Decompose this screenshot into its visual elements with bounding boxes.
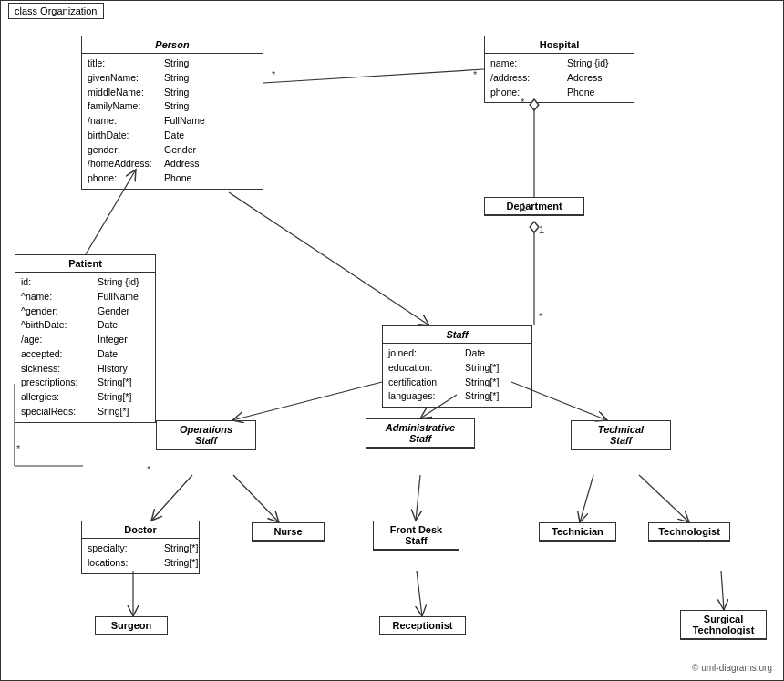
class-nurse: Nurse: [252, 522, 325, 542]
class-surgeon: Surgeon: [95, 616, 168, 635]
class-technician: Technician: [539, 522, 616, 542]
svg-text:*: *: [473, 69, 478, 80]
class-receptionist-title: Receptionist: [380, 617, 465, 635]
class-surgeon-title: Surgeon: [96, 617, 167, 635]
class-operations-staff-title: OperationsStaff: [157, 421, 255, 449]
class-patient-title: Patient: [15, 255, 155, 273]
svg-text:*: *: [272, 69, 276, 80]
diagram-container: class Organization Person title:String g…: [0, 0, 784, 681]
class-surgical-technologist-title: SurgicalTechnologist: [681, 611, 766, 639]
class-staff-title: Staff: [383, 326, 531, 344]
class-operations-staff: OperationsStaff: [156, 420, 256, 450]
svg-text:1: 1: [539, 224, 544, 235]
class-technician-title: Technician: [540, 523, 615, 541]
class-nurse-title: Nurse: [253, 523, 324, 541]
svg-line-14: [151, 475, 192, 521]
svg-line-5: [263, 69, 484, 83]
class-technical-staff: TechnicalStaff: [571, 420, 671, 450]
diagram-title: class Organization: [8, 3, 104, 19]
class-administrative-staff: AdministrativeStaff: [366, 418, 475, 449]
svg-line-1: [229, 192, 429, 325]
svg-text:*: *: [16, 443, 21, 454]
svg-line-21: [721, 571, 724, 610]
svg-line-16: [416, 475, 420, 521]
svg-line-20: [417, 571, 422, 616]
class-person-body: title:String givenName:String middleName…: [82, 54, 263, 189]
class-person-title: Person: [82, 36, 263, 54]
class-hospital-body: name:String {id} /address:Address phone:…: [485, 54, 634, 102]
class-surgical-technologist: SurgicalTechnologist: [680, 610, 767, 640]
class-staff: Staff joined:Date education:String[*] ce…: [382, 325, 532, 408]
svg-line-11: [232, 382, 382, 420]
class-doctor: Doctor specialty:String[*] locations:Str…: [81, 521, 200, 574]
class-staff-body: joined:Date education:String[*] certific…: [383, 344, 531, 407]
class-technical-staff-title: TechnicalStaff: [572, 421, 670, 449]
class-administrative-staff-title: AdministrativeStaff: [366, 419, 474, 448]
class-receptionist: Receptionist: [379, 616, 466, 635]
class-patient-body: id:String {id} ^name:FullName ^gender:Ge…: [15, 273, 155, 422]
svg-line-15: [233, 475, 279, 522]
class-hospital: Hospital name:String {id} /address:Addre…: [484, 36, 634, 103]
class-department: Department: [484, 197, 584, 216]
class-hospital-title: Hospital: [485, 36, 634, 54]
copyright: © uml-diagrams.org: [692, 663, 772, 673]
class-department-title: Department: [485, 198, 583, 215]
class-technologist-title: Technologist: [649, 523, 729, 541]
class-technologist: Technologist: [648, 522, 730, 542]
svg-text:*: *: [147, 464, 151, 475]
class-doctor-title: Doctor: [82, 521, 199, 539]
svg-text:*: *: [539, 311, 543, 322]
svg-line-18: [639, 475, 689, 522]
class-front-desk-staff-title: Front DeskStaff: [374, 521, 459, 550]
class-person: Person title:String givenName:String mid…: [81, 36, 263, 190]
class-patient: Patient id:String {id} ^name:FullName ^g…: [15, 254, 156, 423]
class-front-desk-staff: Front DeskStaff: [373, 521, 459, 551]
svg-line-17: [580, 475, 593, 522]
class-doctor-body: specialty:String[*] locations:String[*]: [82, 539, 199, 573]
